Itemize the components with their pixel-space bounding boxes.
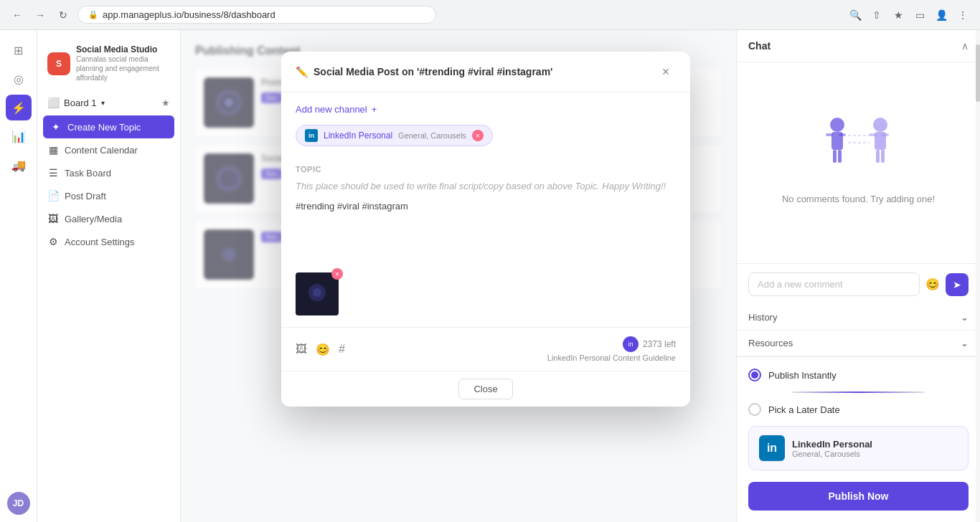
editor-area[interactable]: This place should be used to write final…	[296, 179, 676, 265]
chat-panel-title: Chat	[748, 40, 771, 52]
left-sidebar: S Social Media Studio Cannalas social me…	[37, 30, 181, 522]
publish-now-button[interactable]: Publish Now	[748, 482, 969, 511]
image-upload-button[interactable]: 🖼	[296, 343, 307, 356]
right-panel: Chat ∧	[736, 30, 980, 522]
char-count: in 2373 left	[623, 336, 676, 352]
svg-rect-14	[833, 150, 837, 163]
linkedin-account-name: LinkedIn Personal	[792, 439, 872, 450]
sidebar-item-gallery[interactable]: 🖼 Gallery/Media	[37, 207, 180, 230]
settings-icon: ⚙	[47, 236, 59, 247]
workspace-header: S Social Media Studio Cannalas social me…	[37, 39, 180, 88]
publish-instantly-option[interactable]: Publish Instantly	[748, 369, 969, 381]
modal-title-row: ✏️ Social Media Post on '#trending #vira…	[296, 66, 552, 77]
nav-lightning[interactable]: ⚡	[6, 95, 32, 120]
linkedin-guidelines: LinkedIn Personal Content Guideline	[547, 353, 676, 362]
sidebar-item-calendar[interactable]: ▦ Content Calendar	[37, 138, 180, 161]
card-badge-2: Sec	[261, 169, 282, 179]
svg-point-2	[225, 98, 233, 107]
chat-illustration	[809, 110, 909, 182]
calendar-icon: ▦	[47, 144, 59, 156]
scrollbar-thumb[interactable]	[976, 44, 980, 102]
publish-panel: Publish Instantly Pick a Later Date in L…	[737, 356, 980, 522]
forward-button[interactable]: →	[32, 6, 49, 24]
profile-button[interactable]: 👤	[933, 6, 950, 24]
svg-rect-13	[839, 133, 846, 136]
remove-upload-button[interactable]: ×	[331, 268, 343, 280]
sidebar-item-settings[interactable]: ⚙ Account Settings	[37, 230, 180, 253]
calendar-label: Content Calendar	[65, 145, 138, 156]
nav-home[interactable]: ⊞	[6, 37, 32, 63]
comment-input[interactable]	[748, 272, 920, 296]
close-modal-button[interactable]: Close	[458, 379, 512, 399]
nav-delivery[interactable]: 🚚	[6, 152, 32, 178]
board-selector[interactable]: ⬜ Board 1 ▾ ★	[37, 94, 180, 111]
svg-point-16	[873, 118, 887, 132]
user-avatar[interactable]: JD	[7, 492, 30, 515]
back-button[interactable]: ←	[9, 6, 26, 24]
taskboard-icon: ☰	[47, 167, 59, 179]
lock-icon: 🔒	[88, 10, 98, 19]
app-container: ⊞ ◎ ⚡ 📊 🚚 JD S Social Media Studio Canna…	[0, 30, 980, 522]
svg-point-4	[220, 170, 237, 187]
modal-close-button[interactable]: ×	[656, 62, 676, 82]
radio-instant[interactable]	[748, 369, 761, 381]
emoji-button[interactable]: 😊	[316, 343, 330, 356]
card-thumb-2	[204, 153, 254, 204]
history-section[interactable]: History ⌄	[737, 305, 980, 331]
emoji-comment-button[interactable]: 😊	[925, 277, 940, 291]
zoom-button[interactable]: 🔍	[847, 6, 864, 24]
taskboard-label: Task Board	[65, 168, 111, 179]
linkedin-account-icon: in	[759, 435, 785, 461]
svg-rect-19	[882, 133, 889, 136]
footer-right: in 2373 left LinkedIn Personal Content G…	[547, 336, 676, 362]
linkedin-account-card: in LinkedIn Personal General, Carousels	[748, 426, 969, 470]
nav-chart[interactable]: 📊	[6, 123, 32, 149]
sidebar-item-create[interactable]: ✦ Create New Topic	[43, 115, 174, 138]
url-text: app.manageplus.io/business/8/dashboard	[103, 9, 275, 20]
panel-collapse-button[interactable]: ∧	[961, 40, 969, 52]
add-channel-button[interactable]: Add new channel +	[296, 104, 676, 115]
bookmark-button[interactable]: ★	[890, 6, 907, 24]
card-thumb-3	[204, 229, 254, 280]
board-name: Board 1	[64, 98, 97, 108]
postdraft-label: Post Draft	[65, 191, 106, 201]
link-button[interactable]: #	[339, 343, 345, 356]
channel-linkedin-icon: in	[305, 129, 318, 142]
address-bar[interactable]: 🔒 app.manageplus.io/business/8/dashboard	[77, 6, 436, 24]
reload-button[interactable]: ↻	[55, 6, 72, 24]
channel-sub: General, Carousels	[398, 131, 466, 140]
create-label: Create New Topic	[67, 122, 141, 133]
modal-body: Add new channel + in LinkedIn Personal G…	[281, 92, 690, 327]
icon-nav: ⊞ ◎ ⚡ 📊 🚚 JD	[0, 30, 37, 522]
content-text: #trending #viral #instagram	[296, 201, 676, 212]
modal-footer: 🖼 😊 # in 2373 left LinkedIn Personal Con…	[281, 327, 690, 371]
menu-button[interactable]: ⋮	[954, 6, 971, 24]
resources-chevron-icon: ⌄	[961, 338, 969, 348]
right-panel-scroll: No comments found. Try adding one! 😊 ➤ H…	[737, 62, 980, 522]
sidebar-toggle[interactable]: ▭	[911, 6, 928, 24]
gallery-label: Gallery/Media	[65, 214, 122, 224]
resources-section[interactable]: Resources ⌄	[737, 331, 980, 356]
svg-point-10	[830, 118, 844, 132]
content-placeholder: This place should be used to write final…	[296, 179, 676, 194]
close-btn-row: Close	[281, 371, 690, 407]
channel-remove-button[interactable]: ×	[472, 130, 484, 141]
scrollbar-track	[976, 30, 980, 522]
gallery-icon: 🖼	[47, 213, 59, 224]
share-button[interactable]: ⇧	[868, 6, 885, 24]
pencil-icon: ✏️	[296, 66, 308, 77]
main-content: Publishing Content Promo Video on * Sec …	[181, 30, 736, 522]
publish-divider	[792, 392, 924, 393]
radio-later[interactable]	[748, 403, 761, 416]
upload-thumbnail: ×	[296, 272, 339, 315]
nav-network[interactable]: ◎	[6, 66, 32, 92]
char-avatar: in	[623, 336, 639, 352]
send-comment-button[interactable]: ➤	[946, 273, 969, 296]
create-icon: ✦	[50, 121, 62, 133]
workspace-name: Social Media Studio	[76, 44, 170, 54]
chat-empty-state: No comments found. Try adding one!	[737, 62, 980, 263]
pick-later-option[interactable]: Pick a Later Date	[748, 403, 969, 416]
upload-preview-row: ×	[296, 272, 676, 315]
sidebar-item-taskboard[interactable]: ☰ Task Board	[37, 161, 180, 184]
sidebar-item-postdraft[interactable]: 📄 Post Draft	[37, 184, 180, 207]
